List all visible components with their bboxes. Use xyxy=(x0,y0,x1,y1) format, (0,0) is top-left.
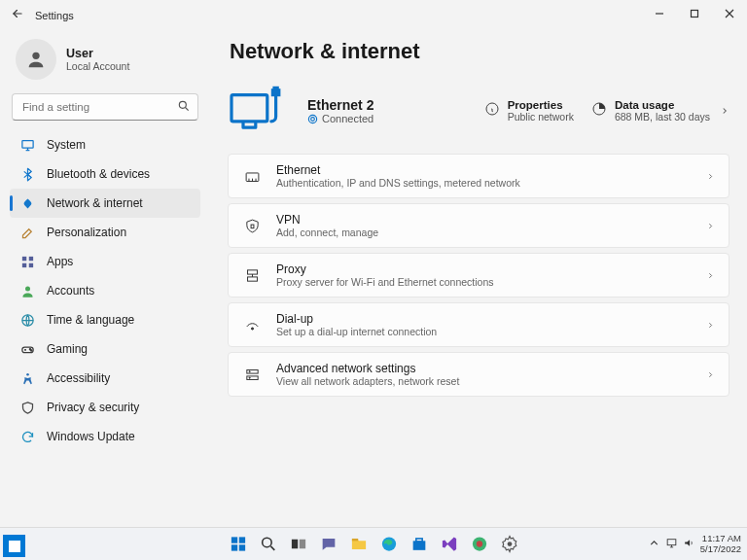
svg-rect-31 xyxy=(231,544,236,550)
sidebar-item-windows-update[interactable]: Windows Update xyxy=(10,422,200,451)
svg-rect-7 xyxy=(28,262,32,266)
settings-icon[interactable] xyxy=(497,532,522,557)
lock-icon xyxy=(242,218,262,234)
tray-volume-icon[interactable] xyxy=(683,537,695,551)
sidebar-item-time-language[interactable]: Time & language xyxy=(10,305,200,334)
sidebar-item-label: Privacy & security xyxy=(47,401,139,414)
chevron-right-icon xyxy=(706,366,715,383)
sidebar: User Local Account System Bluetooth & de… xyxy=(0,31,210,527)
shield-icon xyxy=(19,400,35,415)
svg-point-42 xyxy=(507,542,512,546)
sidebar-item-accessibility[interactable]: Accessibility xyxy=(10,364,200,393)
svg-point-13 xyxy=(26,372,29,375)
setting-row-ethernet[interactable]: Ethernet Authentication, IP and DNS sett… xyxy=(228,154,729,198)
svg-point-28 xyxy=(249,377,250,378)
sidebar-item-label: Accounts xyxy=(47,284,94,298)
svg-rect-23 xyxy=(247,276,257,280)
data-usage-label: Data usage xyxy=(615,99,710,111)
ethernet-icon xyxy=(242,168,262,185)
edge-icon[interactable] xyxy=(376,532,402,557)
avatar xyxy=(16,39,56,80)
row-title: Proxy xyxy=(276,262,692,276)
row-title: Dial-up xyxy=(276,312,692,326)
sidebar-item-network[interactable]: Network & internet xyxy=(10,189,200,218)
store-icon[interactable] xyxy=(407,532,432,557)
sidebar-item-accounts[interactable]: Accounts xyxy=(10,276,200,305)
svg-point-1 xyxy=(32,52,39,59)
chevron-right-icon xyxy=(706,167,715,185)
svg-rect-22 xyxy=(247,269,257,273)
sidebar-item-privacy[interactable]: Privacy & security xyxy=(10,393,200,422)
sidebar-item-label: Windows Update xyxy=(47,430,135,443)
sidebar-item-bluetooth[interactable]: Bluetooth & devices xyxy=(10,159,200,189)
sidebar-item-label: Personalization xyxy=(47,226,126,239)
person-icon xyxy=(19,283,35,298)
file-explorer-icon[interactable] xyxy=(346,532,372,557)
svg-rect-4 xyxy=(21,256,25,260)
apps-icon xyxy=(19,254,35,269)
back-button[interactable] xyxy=(8,7,27,24)
sidebar-item-apps[interactable]: Apps xyxy=(10,247,200,276)
svg-point-2 xyxy=(179,101,186,108)
start-corner-decoration xyxy=(3,535,25,557)
svg-point-16 xyxy=(311,117,315,121)
sidebar-item-label: Gaming xyxy=(47,342,88,356)
tray-chevron-icon[interactable] xyxy=(648,537,660,551)
sidebar-item-personalization[interactable]: Personalization xyxy=(10,218,200,247)
maximize-button[interactable] xyxy=(677,0,712,27)
app-icon[interactable] xyxy=(467,532,492,557)
data-usage-button[interactable]: Data usage 688 MB, last 30 days xyxy=(591,99,710,122)
gaming-icon xyxy=(19,341,35,357)
globe-icon xyxy=(19,312,35,328)
connection-name: Ethernet 2 xyxy=(307,97,475,113)
row-sub: Set up a dial-up internet connection xyxy=(276,326,692,337)
accessibility-icon xyxy=(19,370,35,386)
close-button[interactable] xyxy=(712,0,747,27)
svg-point-41 xyxy=(476,541,481,546)
row-sub: View all network adapters, network reset xyxy=(276,375,692,387)
start-button[interactable] xyxy=(226,532,251,557)
properties-sub: Public network xyxy=(508,111,574,122)
task-view-icon[interactable] xyxy=(286,532,311,557)
row-title: Ethernet xyxy=(276,163,692,177)
minimize-button[interactable] xyxy=(642,0,677,27)
visual-studio-icon[interactable] xyxy=(437,532,462,557)
svg-point-33 xyxy=(262,538,271,547)
svg-rect-29 xyxy=(231,537,236,542)
update-icon xyxy=(19,429,35,444)
svg-rect-25 xyxy=(246,369,257,373)
sidebar-item-gaming[interactable]: Gaming xyxy=(10,334,200,364)
page-title: Network & internet xyxy=(230,39,729,64)
info-icon xyxy=(484,101,500,121)
search-input[interactable] xyxy=(12,93,198,121)
sidebar-item-label: Time & language xyxy=(47,313,134,327)
row-title: VPN xyxy=(276,213,692,227)
taskbar[interactable]: 11:17 AM 5/17/2022 xyxy=(0,527,747,560)
svg-rect-14 xyxy=(231,95,267,122)
taskbar-clock[interactable]: 11:17 AM 5/17/2022 xyxy=(700,534,741,555)
chat-icon[interactable] xyxy=(316,532,341,557)
sidebar-item-system[interactable]: System xyxy=(10,130,200,159)
chevron-right-icon xyxy=(706,266,715,284)
svg-rect-34 xyxy=(291,540,297,549)
setting-row-proxy[interactable]: Proxy Proxy server for Wi-Fi and Etherne… xyxy=(228,253,729,298)
advanced-icon xyxy=(242,367,262,383)
user-account[interactable]: User Local Account xyxy=(10,35,200,88)
taskbar-search-icon[interactable] xyxy=(256,532,281,557)
properties-button[interactable]: Properties Public network xyxy=(484,99,574,122)
setting-row-vpn[interactable]: VPN Add, connect, manage xyxy=(228,203,729,248)
sidebar-item-label: Accessibility xyxy=(47,371,110,385)
setting-row-advanced[interactable]: Advanced network settings View all netwo… xyxy=(228,352,729,397)
setting-row-dialup[interactable]: Dial-up Set up a dial-up internet connec… xyxy=(228,302,729,347)
svg-rect-36 xyxy=(351,539,357,541)
tray-network-icon[interactable] xyxy=(665,537,678,551)
sidebar-item-label: Apps xyxy=(47,255,73,268)
main-content: Network & internet Ethernet 2 Connected xyxy=(210,31,747,527)
dialup-icon xyxy=(242,317,262,333)
user-name: User xyxy=(66,47,129,60)
svg-rect-43 xyxy=(667,540,676,545)
svg-rect-21 xyxy=(251,225,254,228)
svg-point-17 xyxy=(308,115,316,122)
wifi-icon xyxy=(19,195,35,211)
svg-rect-6 xyxy=(21,262,25,266)
